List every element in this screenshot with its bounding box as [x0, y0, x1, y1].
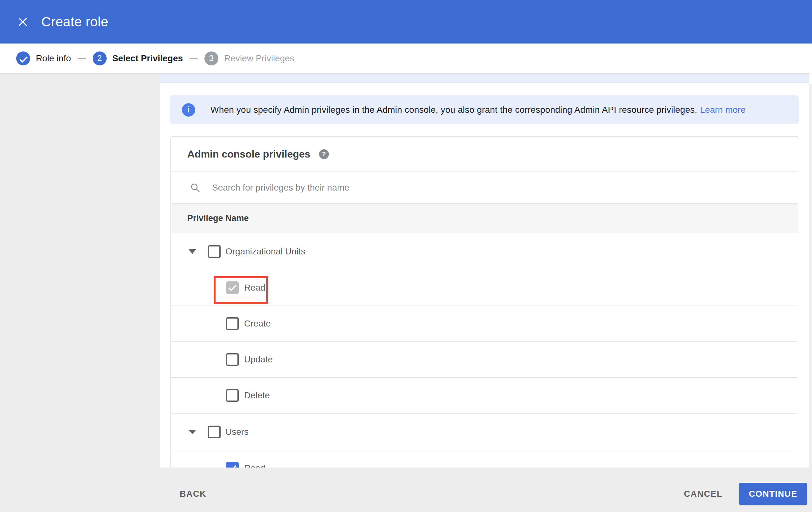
- search-icon: [190, 182, 201, 193]
- column-header-privilege-name: Privilege Name: [187, 213, 249, 223]
- step-number-circle: 2: [93, 51, 107, 65]
- expand-arrow-icon[interactable]: [188, 249, 196, 254]
- step-review-privileges[interactable]: 3 Review Privileges: [204, 51, 294, 65]
- privilege-label: Read: [244, 463, 265, 467]
- search-input[interactable]: [212, 183, 798, 193]
- help-icon[interactable]: ?: [319, 149, 329, 159]
- privilege-label: Update: [244, 354, 273, 365]
- continue-button[interactable]: CONTINUE: [739, 483, 807, 505]
- admin-console-privileges-card: Admin console privileges ? Privilege Nam…: [171, 136, 799, 467]
- step-role-info[interactable]: Role info: [16, 51, 71, 65]
- step-number-circle: 3: [204, 51, 219, 65]
- privilege-label: Read: [244, 283, 265, 293]
- privilege-row-update: Update: [171, 342, 798, 378]
- privilege-row-read: Read: [171, 270, 798, 306]
- close-button[interactable]: [13, 12, 33, 32]
- step-select-privileges[interactable]: 2 Select Privileges: [93, 51, 183, 65]
- privilege-checkbox-create[interactable]: [226, 317, 239, 330]
- step-separator: [78, 58, 86, 59]
- check-icon: [20, 57, 27, 60]
- main-area: i When you specify Admin privileges in t…: [0, 73, 812, 467]
- privileges-table-body: Organizational UnitsReadCreateUpdateDele…: [171, 233, 798, 467]
- privilege-label: Organizational Units: [225, 246, 306, 257]
- step-label: Select Privileges: [112, 53, 183, 63]
- step-label: Review Privileges: [224, 53, 294, 63]
- dialog-header: Create role: [0, 0, 812, 44]
- step-separator: [190, 58, 198, 59]
- learn-more-link[interactable]: Learn more: [700, 105, 746, 115]
- step-label: Role info: [36, 53, 71, 63]
- stepper: Role info 2 Select Privileges 3 Review P…: [0, 44, 812, 73]
- privilege-checkbox-users[interactable]: [208, 426, 221, 438]
- privilege-row-users: Users: [171, 413, 798, 450]
- expand-arrow-icon[interactable]: [188, 430, 196, 434]
- privilege-row-read: Read: [171, 450, 798, 467]
- footer-bar: BACK CANCEL CONTINUE: [0, 467, 812, 512]
- privilege-search-row: [171, 171, 798, 203]
- back-button[interactable]: BACK: [180, 483, 206, 505]
- step-complete-circle: [16, 51, 30, 65]
- card-title: Admin console privileges: [187, 148, 311, 160]
- info-banner: i When you specify Admin privileges in t…: [170, 95, 799, 124]
- privilege-checkbox-update[interactable]: [226, 353, 239, 366]
- scrollbar-track[interactable]: [809, 84, 812, 467]
- info-icon: i: [182, 103, 195, 116]
- privilege-checkbox-read[interactable]: [226, 281, 239, 294]
- info-banner-text: When you specify Admin privileges in the…: [210, 105, 697, 115]
- content-panel: i When you specify Admin privileges in t…: [160, 73, 812, 467]
- privilege-checkbox-organizational-units[interactable]: [208, 245, 221, 258]
- cancel-button[interactable]: CANCEL: [684, 483, 723, 505]
- privilege-label: Create: [244, 319, 271, 329]
- privilege-row-delete: Delete: [171, 378, 798, 413]
- privilege-label: Delete: [244, 390, 270, 401]
- table-header-row: Privilege Name: [171, 203, 798, 233]
- privilege-checkbox-delete[interactable]: [226, 389, 239, 402]
- card-title-row: Admin console privileges ?: [171, 137, 798, 171]
- close-icon: [17, 16, 29, 28]
- privilege-checkbox-read[interactable]: [226, 462, 239, 467]
- scrolled-element-edge: [160, 73, 809, 83]
- left-panel: [0, 73, 160, 467]
- page-title: Create role: [41, 14, 108, 30]
- privilege-row-organizational-units: Organizational Units: [171, 233, 798, 270]
- privilege-label: Users: [225, 427, 249, 437]
- privilege-row-create: Create: [171, 306, 798, 342]
